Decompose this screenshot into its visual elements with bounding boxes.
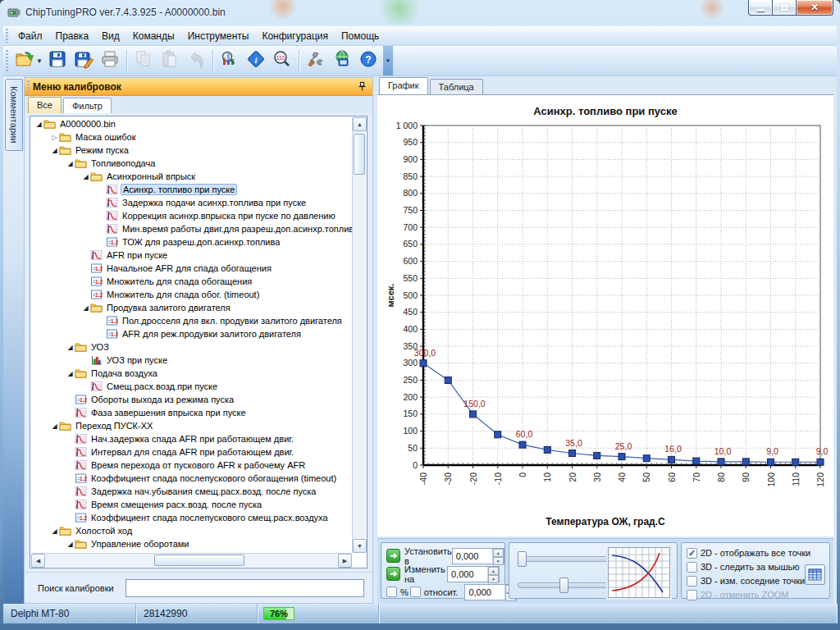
tree-item[interactable]: Нач.задержка спада AFR при работающем дв… bbox=[31, 432, 352, 445]
tab-График[interactable]: График bbox=[379, 77, 428, 94]
scroll-right-button[interactable]: ▶ bbox=[338, 554, 352, 568]
tree-item[interactable]: AFR при пуске bbox=[31, 249, 352, 262]
close-button[interactable]: ✕ bbox=[796, 0, 833, 16]
slider-thumb[interactable] bbox=[518, 551, 527, 567]
tree-folder[interactable]: ◢Холостой ход bbox=[31, 524, 352, 537]
tree-item[interactable]: Время перехода от пускового AFR к рабоче… bbox=[31, 459, 352, 472]
pin-icon[interactable] bbox=[357, 81, 368, 92]
tree-folder[interactable]: ◢Асинхронный впрыск bbox=[31, 170, 352, 183]
tree-folder[interactable]: ◢Топливоподача bbox=[31, 157, 352, 170]
tree-item[interactable]: Задержка подачи асинхр.топлива при пуске bbox=[31, 196, 352, 209]
tree-item[interactable]: =1.2Множитель для спада обогащения bbox=[31, 275, 352, 288]
tree-item[interactable]: =1.2Коэффициент спада послепускового обо… bbox=[31, 472, 352, 485]
tree-item[interactable]: Задержка нач.убывания смещ.расх.возд. по… bbox=[31, 485, 352, 498]
chart-plot-mount[interactable]: 300,0150,060,035,025,016,010,09,09,00501… bbox=[382, 119, 833, 514]
print-button[interactable] bbox=[97, 48, 123, 73]
tree-folder[interactable]: ◢УОЗ bbox=[31, 340, 352, 354]
apply-set-button[interactable]: ➜ bbox=[386, 549, 400, 563]
save-button[interactable] bbox=[44, 48, 71, 73]
y-position-slider[interactable] bbox=[518, 582, 609, 588]
collapse-icon[interactable]: ◢ bbox=[50, 527, 59, 535]
menu-item-3[interactable]: Вид bbox=[95, 27, 126, 45]
toolbar-overflow-button[interactable]: ▾ bbox=[383, 46, 393, 75]
percent-checkbox[interactable] bbox=[386, 587, 397, 597]
tree-folder[interactable]: ◢Подача воздуха bbox=[31, 367, 352, 380]
collapse-icon[interactable]: ◢ bbox=[66, 541, 75, 548]
menubar-grip[interactable] bbox=[6, 29, 8, 42]
collapse-icon[interactable]: ◢ bbox=[34, 121, 43, 128]
menu-item-5[interactable]: Инструменты bbox=[181, 27, 256, 45]
tree-item[interactable]: =1.2ТОЖ для разреш.доп.асинхр.топлива bbox=[31, 235, 352, 249]
calibration-search-input[interactable] bbox=[126, 579, 364, 597]
view-option-checkbox[interactable] bbox=[687, 548, 697, 559]
menu-item-1[interactable]: Файл bbox=[11, 27, 49, 45]
tree-item[interactable]: =1.2Пол.дросселя для вкл. продувки залит… bbox=[31, 314, 352, 327]
panel-header-grip[interactable] bbox=[27, 80, 30, 93]
tree-item[interactable]: =1.2Коэффициент спада послепускового сме… bbox=[31, 511, 352, 524]
tree-item[interactable]: Асинхр. топливо при пуске bbox=[31, 183, 352, 196]
tree-horizontal-scrollbar[interactable]: ◀ ▶ bbox=[31, 553, 352, 567]
horizontal-scroll-thumb[interactable] bbox=[154, 555, 244, 566]
tools-button[interactable] bbox=[303, 48, 329, 73]
grid-view-button[interactable] bbox=[805, 564, 825, 585]
spin-down-icon[interactable]: ▼ bbox=[488, 575, 499, 583]
tree-folder[interactable]: ▷Маска ошибок bbox=[31, 130, 352, 144]
scroll-up-button[interactable]: ▲ bbox=[353, 117, 367, 131]
collapse-icon[interactable]: ◢ bbox=[66, 160, 75, 167]
minimize-button[interactable] bbox=[748, 0, 773, 16]
tree-item[interactable]: Фаза завершения впрыска при пуске bbox=[31, 406, 352, 419]
collapse-icon[interactable]: ◢ bbox=[66, 344, 75, 351]
tab-comments[interactable]: Комментарии bbox=[5, 79, 23, 151]
toolbar-grip[interactable] bbox=[6, 50, 8, 71]
apply-change-button[interactable]: ➜ bbox=[386, 567, 400, 581]
titlebar[interactable]: ChipTuningPRO ver.7.4.3.925 - A0000000.b… bbox=[0, 0, 840, 25]
tree-item[interactable]: Коррекция асинхр.впрыска при пуске по да… bbox=[31, 209, 352, 222]
relative-checkbox[interactable] bbox=[410, 587, 421, 597]
collapse-icon[interactable]: ◢ bbox=[50, 422, 59, 430]
tree-item[interactable]: =1.2Обороты выхода из режима пуска bbox=[31, 393, 352, 406]
tree-vertical-scrollbar[interactable]: ▲ ▼ bbox=[352, 117, 366, 553]
slider-thumb[interactable] bbox=[559, 578, 568, 593]
maximize-button[interactable] bbox=[773, 0, 796, 16]
curve-preview-thumbnail[interactable] bbox=[608, 547, 670, 598]
tree-item[interactable]: =1.2Начальное AFR для спада обогащения bbox=[31, 262, 352, 275]
save-as-button[interactable] bbox=[71, 48, 97, 73]
tab-Таблица[interactable]: Таблица bbox=[430, 79, 483, 94]
tree-item[interactable]: Мин.время работы двиг.для разреш.доп.аси… bbox=[31, 222, 352, 235]
x-position-slider[interactable] bbox=[518, 556, 609, 562]
tree-folder[interactable]: ◢Переход ПУСК-ХХ bbox=[31, 419, 352, 432]
scroll-down-button[interactable]: ▼ bbox=[353, 539, 367, 553]
spin-down-icon[interactable]: ▼ bbox=[493, 557, 504, 565]
menu-item-4[interactable]: Команды bbox=[126, 27, 181, 45]
tree-item[interactable]: =1.2AFR для реж.продувки залитого двигат… bbox=[31, 327, 352, 340]
menu-item-6[interactable]: Конфигурация bbox=[255, 27, 335, 45]
tree-item[interactable]: Интервал для спада AFR при работающем дв… bbox=[31, 445, 352, 459]
view-option-checkbox[interactable] bbox=[687, 562, 697, 573]
vertical-scroll-thumb[interactable] bbox=[354, 134, 365, 175]
tree-item[interactable]: =1.2Множитель для спада обог. (timeout) bbox=[31, 288, 352, 301]
tree-folder[interactable]: ◢Управление оборотами bbox=[31, 537, 352, 550]
tree-item[interactable]: Время смещения расх.возд. после пуска bbox=[31, 498, 352, 511]
menu-item-2[interactable]: Правка bbox=[49, 27, 96, 45]
collapse-icon[interactable]: ◢ bbox=[81, 304, 90, 312]
change-value-spinner[interactable]: 0,000 ▲▼ bbox=[447, 566, 500, 582]
collapse-icon[interactable]: ◢ bbox=[81, 173, 90, 180]
chart-analyzer-button[interactable] bbox=[217, 48, 243, 73]
tree-item[interactable]: УОЗ при пуске bbox=[31, 354, 352, 367]
view-option-checkbox[interactable] bbox=[687, 576, 697, 587]
tree-folder[interactable]: ◢Продувка залитого двигателя bbox=[31, 301, 352, 314]
set-value-spinner[interactable]: 0,000 ▲▼ bbox=[452, 548, 504, 564]
scroll-left-button[interactable]: ◀ bbox=[31, 554, 45, 568]
menu-item-7[interactable]: Помощь bbox=[335, 27, 386, 45]
collapse-icon[interactable]: ◢ bbox=[66, 370, 75, 377]
expand-icon[interactable]: ▷ bbox=[50, 134, 59, 141]
tree-folder[interactable]: ◢Режим пуска bbox=[31, 144, 352, 157]
tab-Все[interactable]: Все bbox=[28, 97, 62, 113]
spin-up-icon[interactable]: ▲ bbox=[488, 567, 499, 575]
help-button[interactable]: ? bbox=[355, 48, 381, 73]
tab-Фильтр[interactable]: Фильтр bbox=[63, 98, 112, 113]
info-button[interactable]: i bbox=[243, 48, 269, 73]
zoom-110-button[interactable]: 110 bbox=[269, 48, 295, 73]
open-file-button[interactable] bbox=[11, 48, 38, 73]
tree-folder[interactable]: ◢A0000000.bin bbox=[31, 117, 352, 130]
